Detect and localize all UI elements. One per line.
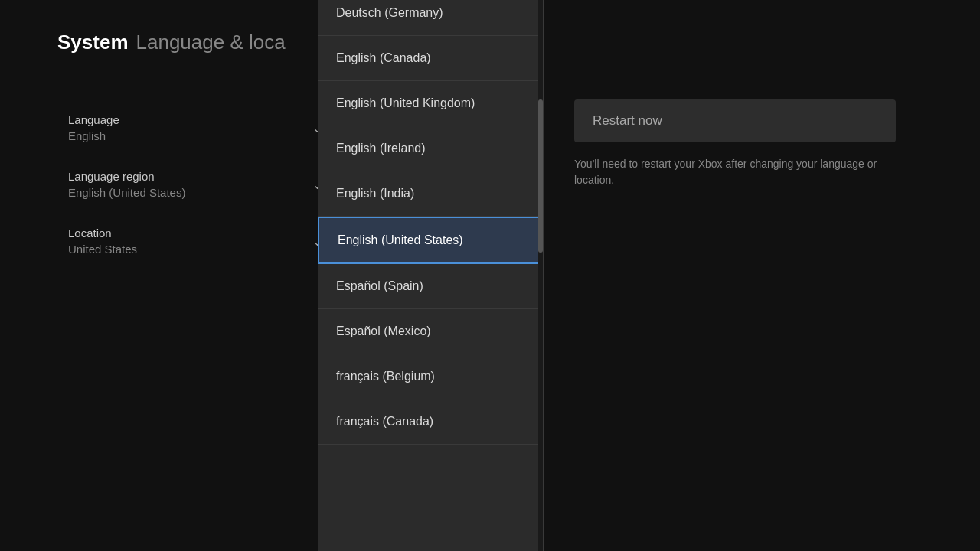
settings-location-value: United States [68,243,137,256]
language-dropdown[interactable]: Deutsch (Germany) English (Canada) Engli… [318,0,544,551]
settings-language-value: English [68,129,119,142]
settings-location-label: Location [68,227,137,240]
settings-item-language-region-text: Language region English (United States) [68,170,185,199]
dropdown-item-english-uk[interactable]: English (United Kingdom) [318,81,543,126]
right-panel: Restart now You'll need to restart your … [574,99,896,188]
dropdown-list: Deutsch (Germany) English (Canada) Engli… [318,0,543,445]
dropdown-item-francais-canada[interactable]: français (Canada) [318,399,543,445]
dropdown-item-english-us[interactable]: English (United States) [318,217,543,264]
dropdown-item-english-ireland[interactable]: English (Ireland) [318,126,543,171]
settings-language-region-label: Language region [68,170,185,183]
dropdown-item-english-india[interactable]: English (India) [318,171,543,217]
settings-item-language-region[interactable]: Language region English (United States) … [57,156,333,213]
dropdown-item-espanol-mexico[interactable]: Español (Mexico) [318,309,543,354]
header-system-label: System [57,31,129,54]
settings-language-label: Language [68,113,119,126]
header-subtitle: Language & loca [136,31,286,54]
dropdown-item-espanol-spain[interactable]: Español (Spain) [318,264,543,309]
settings-item-language[interactable]: Language English ⌄ [57,99,333,156]
dropdown-scrollbar[interactable] [538,0,543,551]
settings-language-region-value: English (United States) [68,186,185,199]
settings-item-language-text: Language English [68,113,119,142]
scrollbar-thumb [538,99,543,253]
dropdown-item-francais-belgium[interactable]: français (Belgium) [318,354,543,399]
settings-item-location[interactable]: Location United States ⌄ [57,213,333,269]
page-header: System Language & loca [57,31,286,54]
settings-item-location-text: Location United States [68,227,137,256]
restart-now-button[interactable]: Restart now [574,99,896,142]
restart-description: You'll need to restart your Xbox after c… [574,156,896,188]
dropdown-item-deutsch-germany[interactable]: Deutsch (Germany) [318,0,543,36]
dropdown-item-english-canada[interactable]: English (Canada) [318,36,543,81]
settings-list: Language English ⌄ Language region Engli… [57,99,333,269]
